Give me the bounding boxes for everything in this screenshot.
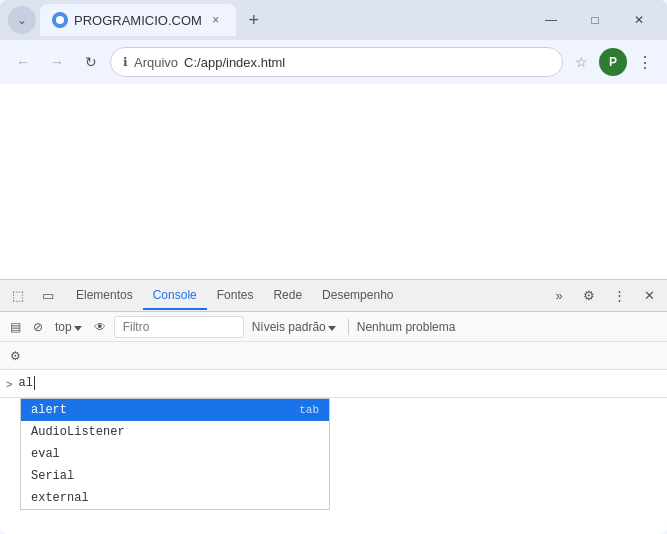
eye-filter-button[interactable]: 👁: [90, 316, 110, 338]
autocomplete-label-alert: alert: [31, 403, 67, 417]
tab-console[interactable]: Console: [143, 282, 207, 310]
tab-bar: ⌄ PROGRAMICIO.COM × +: [8, 4, 527, 36]
profile-button[interactable]: P: [599, 48, 627, 76]
console-filter-input[interactable]: [114, 316, 244, 338]
console-input-text: al: [18, 376, 34, 390]
secure-icon: ℹ: [123, 55, 128, 69]
tab-favicon: [52, 12, 68, 28]
device-icon: ▭: [42, 288, 54, 303]
console-settings-gear[interactable]: ⚙: [6, 345, 25, 367]
tab-elementos[interactable]: Elementos: [66, 282, 143, 310]
new-tab-button[interactable]: +: [240, 6, 268, 34]
close-button[interactable]: ✕: [619, 4, 659, 36]
autocomplete-label-external: external: [31, 491, 89, 505]
tab-fontes[interactable]: Fontes: [207, 282, 264, 310]
autocomplete-item-external[interactable]: external: [21, 487, 329, 509]
console-prompt-icon: >: [6, 378, 12, 390]
back-button[interactable]: ←: [8, 47, 38, 77]
bookmark-button[interactable]: ☆: [567, 48, 595, 76]
sidebar-icon: ▤: [10, 320, 21, 334]
address-bar: ← → ↻ ℹ Arquivo C:/app/index.html ☆ P ⋮: [0, 40, 667, 84]
tab-title: PROGRAMICIO.COM: [74, 13, 202, 28]
browser-tab[interactable]: PROGRAMICIO.COM ×: [40, 4, 236, 36]
levels-chevron-icon: [328, 320, 336, 334]
reload-button[interactable]: ↻: [76, 47, 106, 77]
autocomplete-dropdown: alert tab AudioListener eval Serial: [20, 398, 330, 510]
maximize-button[interactable]: □: [575, 4, 615, 36]
forward-button[interactable]: →: [42, 47, 72, 77]
no-issues-label: Nenhum problema: [357, 320, 456, 334]
devtools-tab-bar: ⬚ ▭ Elementos Console Fontes Rede: [0, 280, 667, 312]
context-label: top: [55, 320, 72, 334]
autocomplete-hint-alert: tab: [299, 404, 319, 416]
autocomplete-item-serial[interactable]: Serial: [21, 465, 329, 487]
levels-label: Níveis padrão: [252, 320, 326, 334]
toolbar-separator: [348, 319, 349, 335]
devtools-close-button[interactable]: ✕: [635, 282, 663, 310]
tab-nav-back[interactable]: ⌄: [8, 6, 36, 34]
console-sidebar-toggle[interactable]: ▤: [6, 316, 25, 338]
console-area: > al alert tab AudioListener: [0, 370, 667, 534]
console-clear-button[interactable]: ⊘: [29, 316, 47, 338]
devtools-settings-row: ⚙: [0, 342, 667, 370]
inspect-element-button[interactable]: ⬚: [4, 282, 32, 310]
devtools-kebab-button[interactable]: ⋮: [605, 282, 633, 310]
page-content: ⬚ ▭ Elementos Console Fontes Rede: [0, 84, 667, 534]
autocomplete-item-audiolistener[interactable]: AudioListener: [21, 421, 329, 443]
log-levels-dropdown[interactable]: Níveis padrão: [248, 316, 340, 338]
context-chevron-icon: [74, 320, 82, 334]
devtools-tabs-right: » ⚙ ⋮ ✕: [545, 282, 663, 310]
url-bar[interactable]: ℹ Arquivo C:/app/index.html: [110, 47, 563, 77]
title-bar: ⌄ PROGRAMICIO.COM × + — □ ✕: [0, 0, 667, 40]
autocomplete-item-alert[interactable]: alert tab: [21, 399, 329, 421]
autocomplete-label-audiolistener: AudioListener: [31, 425, 125, 439]
devtools-panel: ⬚ ▭ Elementos Console Fontes Rede: [0, 279, 667, 534]
eye-icon: 👁: [94, 320, 106, 334]
more-tabs-button[interactable]: »: [545, 282, 573, 310]
minimize-button[interactable]: —: [531, 4, 571, 36]
autocomplete-item-eval[interactable]: eval: [21, 443, 329, 465]
window-controls: — □ ✕: [531, 4, 659, 36]
browser-window: ⌄ PROGRAMICIO.COM × + — □ ✕ ← → ↻ ℹ Arqu…: [0, 0, 667, 534]
gear-icon: ⚙: [10, 349, 21, 363]
autocomplete-label-eval: eval: [31, 447, 60, 461]
devtools-settings-button[interactable]: ⚙: [575, 282, 603, 310]
console-input-line[interactable]: > al: [0, 370, 667, 398]
tab-rede[interactable]: Rede: [263, 282, 312, 310]
chevron-down-icon: ⌄: [17, 13, 27, 27]
devtools-console-toolbar: ▤ ⊘ top 👁 Níveis padrão: [0, 312, 667, 342]
devtools-tools-left: ⬚ ▭: [4, 282, 62, 310]
device-emulation-button[interactable]: ▭: [34, 282, 62, 310]
console-cursor: [34, 376, 35, 390]
autocomplete-label-serial: Serial: [31, 469, 74, 483]
browser-menu-button[interactable]: ⋮: [631, 48, 659, 76]
block-icon: ⊘: [33, 320, 43, 334]
url-scheme-label: Arquivo: [134, 55, 178, 70]
tab-close-button[interactable]: ×: [208, 12, 224, 28]
tab-desempenho[interactable]: Desempenho: [312, 282, 403, 310]
url-text: C:/app/index.html: [184, 55, 550, 70]
inspect-icon: ⬚: [12, 288, 24, 303]
context-selector[interactable]: top: [51, 316, 86, 338]
